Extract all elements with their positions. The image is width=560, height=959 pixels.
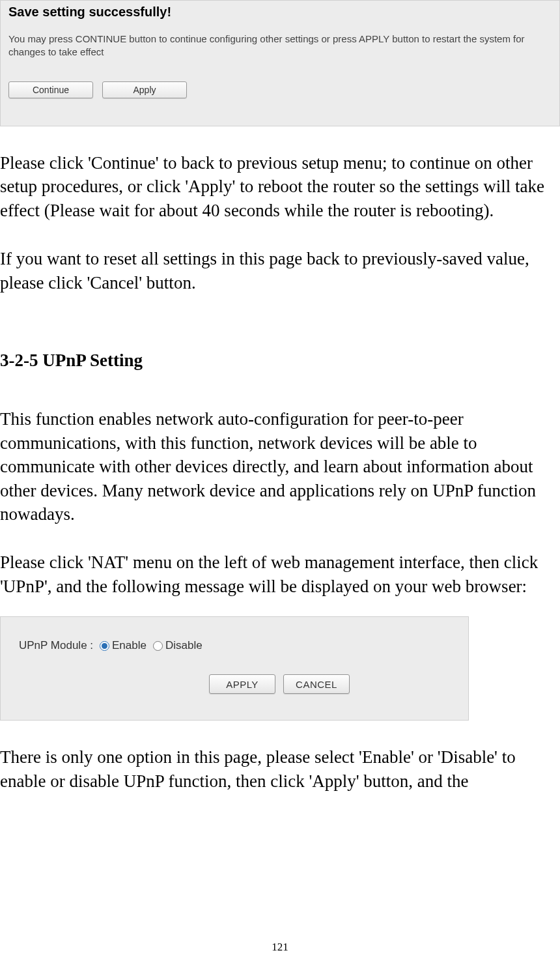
save-setting-panel: Save setting successfully! You may press…	[0, 0, 560, 126]
disable-radio[interactable]	[153, 641, 163, 651]
page-number: 121	[0, 941, 560, 954]
panel-title: Save setting successfully!	[8, 5, 552, 20]
enable-radio[interactable]	[100, 641, 109, 651]
continue-button[interactable]: Continue	[8, 81, 93, 98]
upnp-button-row: APPLY CANCEL	[209, 674, 350, 694]
upnp-apply-button[interactable]: APPLY	[209, 674, 275, 694]
upnp-module-label: UPnP Module :	[19, 639, 93, 652]
upnp-panel: UPnP Module : Enable Disable APPLY CANCE…	[0, 616, 469, 721]
enable-label: Enable	[112, 639, 147, 652]
disable-label: Disable	[165, 639, 203, 652]
upnp-cancel-button[interactable]: CANCEL	[283, 674, 350, 694]
paragraph-3: This function enables network auto-confi…	[0, 407, 559, 526]
paragraph-1: Please click 'Continue' to back to previ…	[0, 151, 559, 222]
paragraph-4: Please click 'NAT' menu on the left of w…	[0, 551, 559, 598]
paragraph-2: If you want to reset all settings in thi…	[0, 247, 559, 294]
enable-radio-wrap[interactable]: Enable	[100, 639, 147, 652]
document-body: Please click 'Continue' to back to previ…	[0, 151, 560, 793]
upnp-module-row: UPnP Module : Enable Disable	[19, 639, 203, 652]
paragraph-5: There is only one option in this page, p…	[0, 745, 559, 793]
disable-radio-wrap[interactable]: Disable	[153, 639, 203, 652]
section-heading: 3-2-5 UPnP Setting	[0, 351, 559, 371]
apply-button[interactable]: Apply	[102, 81, 187, 98]
panel-button-row: Continue Apply	[8, 81, 552, 98]
panel-description: You may press CONTINUE button to continu…	[8, 33, 552, 58]
